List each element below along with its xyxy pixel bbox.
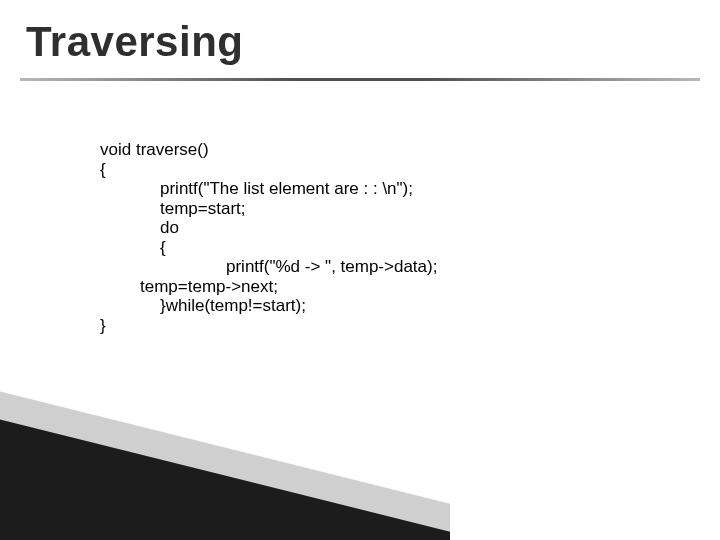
code-line: temp=start; (160, 199, 660, 219)
code-line: } (100, 316, 660, 336)
code-line: printf("%d -> ", temp->data); (226, 257, 660, 277)
wedge-dark (0, 402, 450, 540)
code-line: do (160, 218, 660, 238)
code-line: void traverse() (100, 140, 660, 160)
title-underline (20, 78, 700, 81)
code-line: { (160, 238, 660, 258)
slide: Traversing void traverse() { printf("The… (0, 0, 720, 540)
code-line: printf("The list element are : : \n"); (160, 179, 660, 199)
code-line: temp=temp->next; (140, 277, 660, 297)
code-line: { (100, 160, 660, 180)
slide-title: Traversing (26, 18, 243, 66)
wedge-light (0, 374, 450, 540)
code-line: }while(temp!=start); (160, 296, 660, 316)
decorative-wedge (0, 402, 450, 540)
code-block: void traverse() { printf("The list eleme… (100, 140, 660, 335)
